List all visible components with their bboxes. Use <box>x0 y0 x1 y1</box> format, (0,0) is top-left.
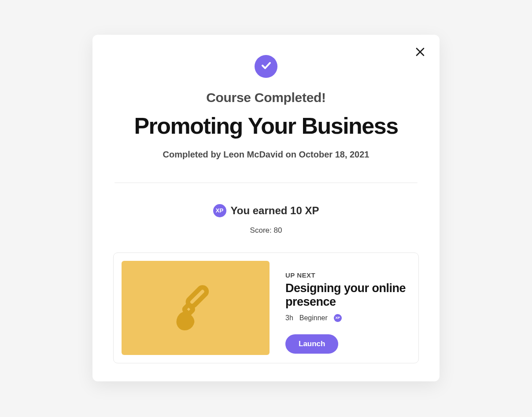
divider <box>115 183 417 183</box>
close-button[interactable] <box>412 44 428 60</box>
up-next-card: UP NEXT Designing your online presence 3… <box>113 252 419 363</box>
modal-content: Course Completed! Promoting Your Busines… <box>112 55 420 363</box>
xp-row: XP You earned 10 XP <box>213 204 319 217</box>
xp-message: You earned 10 XP <box>231 205 319 217</box>
close-icon <box>415 47 425 58</box>
up-next-thumbnail <box>122 261 270 355</box>
launch-button[interactable]: Launch <box>285 334 338 354</box>
up-next-label: UP NEXT <box>285 271 410 279</box>
up-next-meta: 3h Beginner XP <box>285 314 410 322</box>
score-text: Score: 80 <box>250 226 282 235</box>
checkmark-icon <box>259 59 273 74</box>
check-badge <box>255 55 277 78</box>
up-next-title: Designing your online presence <box>285 282 410 309</box>
up-next-body: UP NEXT Designing your online presence 3… <box>285 261 410 355</box>
completed-by-text: Completed by Leon McDavid on October 18,… <box>163 150 369 160</box>
completion-modal: Course Completed! Promoting Your Busines… <box>92 35 440 381</box>
paintbrush-icon <box>167 278 224 337</box>
up-next-duration: 3h <box>285 314 293 322</box>
xp-badge-small-icon: XP <box>334 314 342 322</box>
course-title: Promoting Your Business <box>134 114 398 138</box>
status-text: Course Completed! <box>206 90 326 105</box>
xp-badge-icon: XP <box>213 204 226 217</box>
up-next-level: Beginner <box>299 314 328 322</box>
